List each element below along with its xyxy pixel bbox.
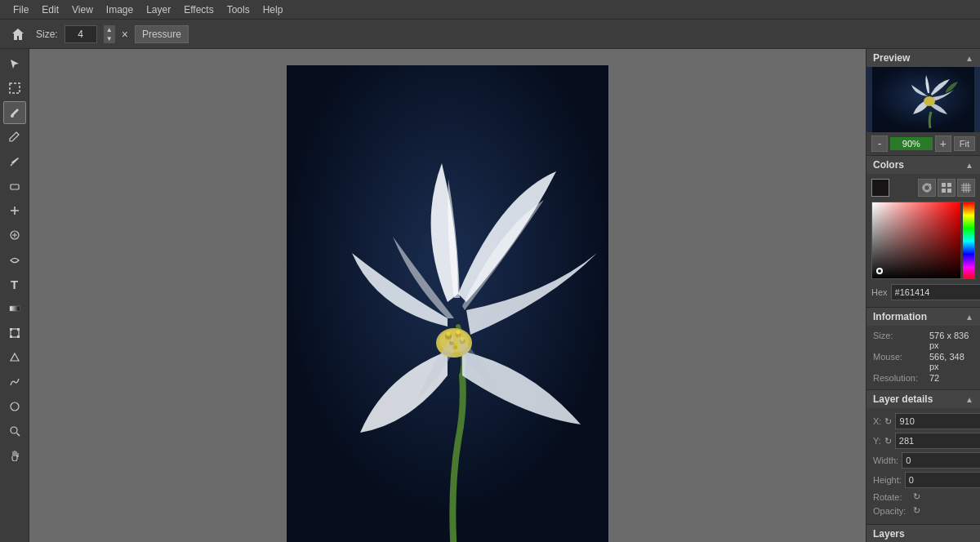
menu-view[interactable]: View	[65, 2, 100, 17]
svg-rect-3	[11, 184, 19, 189]
svg-point-32	[924, 96, 935, 106]
information-section: Information ▲ Size: 576 x 836 px Mouse: …	[866, 308, 980, 390]
svg-rect-8	[17, 328, 20, 331]
svg-point-13	[11, 427, 17, 433]
eraser-tool[interactable]	[3, 175, 26, 198]
ld-x-refresh-icon[interactable]: ↻	[884, 416, 892, 427]
svg-rect-36	[947, 189, 951, 193]
freehand-tool[interactable]	[3, 371, 26, 393]
size-input[interactable]	[65, 25, 97, 43]
canvas-image[interactable]	[287, 65, 608, 542]
right-panel: Preview ▲	[866, 49, 980, 542]
svg-point-25	[447, 332, 451, 336]
info-size-label: Size:	[873, 331, 926, 350]
menu-file[interactable]: File	[7, 2, 35, 17]
hex-label: Hex	[871, 287, 888, 297]
zoom-out-button[interactable]: -	[871, 136, 888, 152]
ld-opacity-row: Opacity: ↻	[873, 505, 973, 516]
colors-header[interactable]: Colors ▲	[866, 156, 980, 174]
colors-collapse-icon[interactable]: ▲	[965, 161, 973, 170]
ld-height-input[interactable]	[905, 472, 980, 488]
svg-rect-31	[872, 67, 974, 132]
size-up-button[interactable]: ▲	[104, 25, 115, 34]
preview-image	[866, 67, 980, 132]
svg-rect-17	[287, 65, 608, 542]
menu-help[interactable]: Help	[256, 2, 290, 17]
layer-details-collapse-icon[interactable]: ▲	[965, 395, 973, 404]
preview-title: Preview	[873, 52, 910, 64]
main-layout: T	[0, 49, 980, 542]
selection-tool[interactable]	[3, 77, 26, 100]
gradient-tool[interactable]	[3, 297, 26, 320]
layers-header[interactable]: Layers	[866, 525, 980, 542]
ld-width-row: Width:	[873, 452, 973, 469]
shapes-tool[interactable]	[3, 395, 26, 418]
ld-width-input[interactable]	[902, 452, 980, 469]
smudge-tool[interactable]	[3, 248, 26, 271]
info-resolution-label: Resolution:	[873, 373, 926, 383]
ld-height-row: Height:	[873, 472, 973, 488]
svg-point-26	[457, 331, 461, 335]
reset-colors-button[interactable]	[918, 179, 936, 197]
color-picker-area[interactable]	[871, 202, 975, 279]
zoom-in-button[interactable]: +	[935, 136, 951, 152]
zoom-canvas-tool[interactable]	[3, 420, 26, 442]
information-title: Information	[873, 311, 927, 322]
foreground-color-swatch[interactable]	[871, 179, 889, 197]
home-icon[interactable]	[7, 23, 29, 46]
hand-pan-tool[interactable]	[3, 444, 26, 467]
info-size-row: Size: 576 x 836 px	[873, 331, 973, 350]
hex-input[interactable]	[891, 284, 980, 300]
info-mouse-label: Mouse:	[873, 352, 926, 371]
toolbox: T	[0, 49, 29, 542]
information-collapse-icon[interactable]: ▲	[965, 313, 973, 322]
colors-title: Colors	[873, 159, 904, 171]
svg-point-1	[11, 114, 14, 118]
svg-point-12	[11, 402, 19, 411]
layer-details-header[interactable]: Layer details ▲	[866, 390, 980, 408]
svg-rect-9	[10, 335, 12, 338]
canvas-area[interactable]	[29, 49, 866, 542]
size-label: Size:	[36, 29, 58, 40]
ld-rotate-refresh-icon[interactable]: ↻	[913, 491, 920, 502]
menu-tools[interactable]: Tools	[220, 2, 256, 17]
menu-image[interactable]: Image	[100, 2, 140, 17]
ld-opacity-refresh-icon[interactable]: ↻	[913, 505, 920, 516]
canvas-wrapper	[287, 65, 608, 542]
brush-tool[interactable]	[3, 101, 26, 124]
clone-tool[interactable]	[3, 224, 26, 247]
menu-bar: File Edit View Image Layer Effects Tools…	[0, 0, 980, 20]
layer-details-title: Layer details	[873, 393, 933, 405]
eyedropper-tool[interactable]	[3, 150, 26, 173]
path-tool[interactable]	[3, 346, 26, 369]
size-down-button[interactable]: ▼	[104, 34, 115, 43]
zoom-controls: - 90% + Fit	[866, 132, 980, 155]
pencil-tool[interactable]	[3, 126, 26, 149]
fit-button[interactable]: Fit	[954, 136, 975, 151]
menu-effects[interactable]: Effects	[177, 2, 220, 17]
ld-x-input[interactable]	[895, 413, 980, 429]
info-size-value: 576 x 836 px	[929, 331, 973, 350]
info-resolution-row: Resolution: 72	[873, 373, 973, 383]
pressure-close-button[interactable]: ×	[122, 28, 128, 41]
menu-edit[interactable]: Edit	[35, 2, 65, 17]
text-tool[interactable]: T	[3, 273, 26, 295]
pressure-button[interactable]: Pressure	[135, 25, 189, 43]
info-content: Size: 576 x 836 px Mouse: 566, 348 px Re…	[866, 326, 980, 389]
ld-y-input[interactable]	[895, 433, 980, 449]
information-header[interactable]: Information ▲	[866, 308, 980, 326]
preview-collapse-icon[interactable]: ▲	[965, 54, 973, 63]
menu-layer[interactable]: Layer	[140, 2, 177, 17]
color-grid-button[interactable]	[957, 179, 975, 197]
color-picker-handle[interactable]	[876, 268, 883, 274]
healing-tool[interactable]	[3, 199, 26, 222]
info-mouse-row: Mouse: 566, 348 px	[873, 352, 973, 371]
color-hue-stripe[interactable]	[963, 202, 974, 279]
svg-rect-33	[942, 183, 946, 187]
pointer-tool[interactable]	[3, 52, 26, 75]
transform-tool[interactable]	[3, 322, 26, 344]
color-mode-button[interactable]	[938, 179, 956, 197]
ld-y-refresh-icon[interactable]: ↻	[884, 436, 892, 446]
ld-rotate-row: Rotate: ↻	[873, 491, 973, 502]
preview-header[interactable]: Preview ▲	[866, 49, 980, 67]
